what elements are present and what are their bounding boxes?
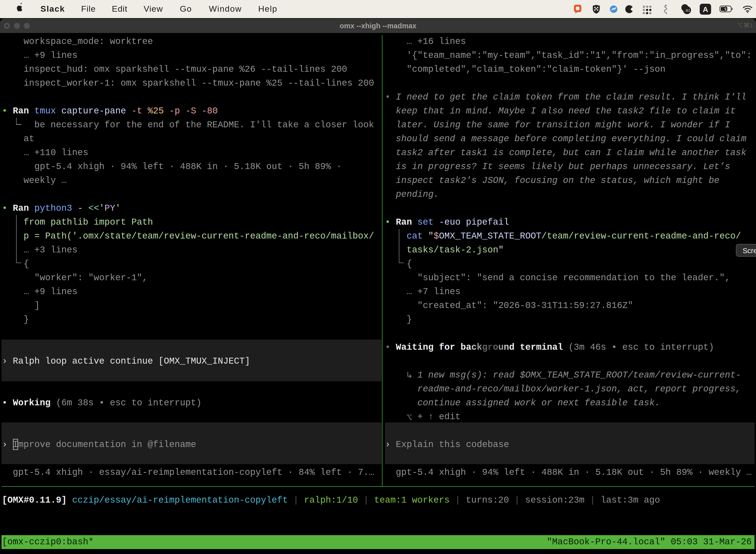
svg-text:1: 1 — [750, 22, 753, 29]
svg-text:..61: ..61 — [684, 8, 690, 12]
